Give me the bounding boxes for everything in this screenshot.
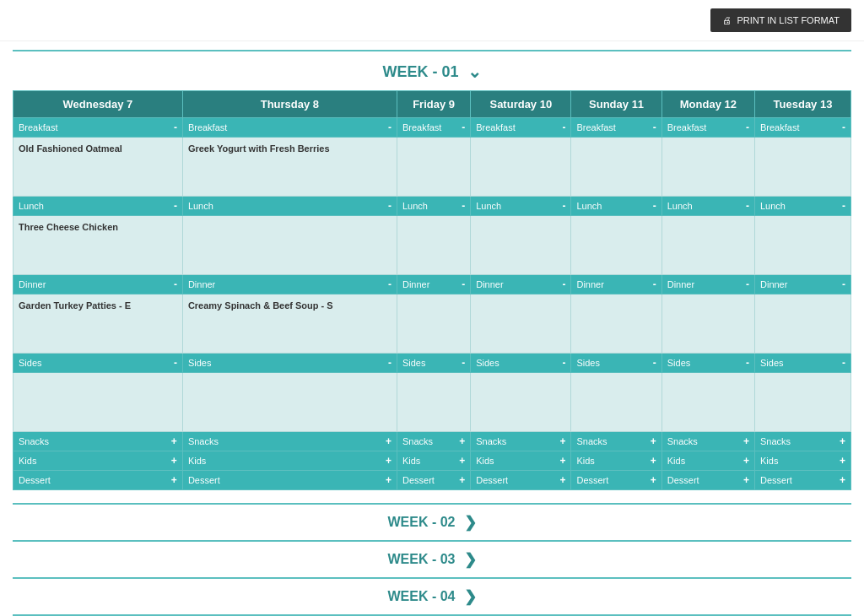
meal-label-text-dessert-day2: Dessert [402,475,435,485]
meal-label-icon-breakfast-day6[interactable]: - [842,122,845,133]
meal-content-lunch-day6[interactable] [755,216,851,275]
meal-content-breakfast-day1[interactable]: Greek Yogurt with Fresh Berries [182,138,397,197]
meal-label-icon-dessert-day5[interactable]: + [743,474,749,486]
meal-content-sides-day5[interactable] [662,373,754,432]
week03-row[interactable]: WEEK - 03 ❯ [13,542,851,579]
meal-content-lunch-day5[interactable] [662,216,754,275]
meal-text-breakfast-day1: Greek Yogurt with Fresh Berries [188,143,330,154]
meal-content-dinner-day6[interactable] [755,294,851,354]
meal-label-icon-sides-day3[interactable]: - [562,357,565,369]
meal-label-icon-breakfast-day5[interactable]: - [746,122,749,133]
meal-label-dinner-day1: Dinner- [182,275,397,294]
meal-content-dinner-day4[interactable] [571,294,662,354]
meal-label-icon-dinner-day1[interactable]: - [388,278,392,290]
meal-label-icon-dessert-day3[interactable]: + [559,474,565,486]
day-header-fri: Friday 9 [397,91,470,118]
meal-label-icon-dinner-day0[interactable]: - [174,278,177,290]
meal-label-row-dinner: Dinner-Dinner-Dinner-Dinner-Dinner-Dinne… [14,275,851,294]
meal-label-icon-kids-day5[interactable]: + [743,455,749,467]
meal-label-icon-lunch-day0[interactable]: - [174,200,177,212]
meal-label-icon-snacks-day0[interactable]: + [171,435,177,447]
meal-content-sides-day3[interactable] [471,373,571,432]
meal-label-icon-dinner-day4[interactable]: - [653,278,656,290]
meal-label-row-breakfast: Breakfast-Breakfast-Breakfast-Breakfast-… [14,118,851,138]
meal-label-text-dessert-day0: Dessert [19,475,51,485]
meal-label-icon-kids-day0[interactable]: + [171,455,177,467]
meal-label-icon-breakfast-day1[interactable]: - [388,122,392,133]
meal-label-snacks-day4: Snacks+ [571,432,662,451]
meal-label-icon-dinner-day3[interactable]: - [562,278,565,290]
meal-content-breakfast-day3[interactable] [471,138,571,197]
meal-label-icon-sides-day6[interactable]: - [842,357,845,369]
meal-label-icon-dessert-day4[interactable]: + [651,474,656,486]
meal-label-icon-sides-day0[interactable]: - [174,357,177,369]
printer-icon: 🖨 [722,15,732,25]
meal-label-icon-dinner-day2[interactable]: - [462,278,465,290]
meal-label-icon-sides-day1[interactable]: - [388,357,392,369]
meal-label-icon-kids-day1[interactable]: + [386,455,392,467]
meal-content-lunch-day0[interactable]: Three Cheese Chicken [14,216,183,275]
meal-label-icon-kids-day3[interactable]: + [559,455,565,467]
meal-label-icon-sides-day4[interactable]: - [653,357,656,369]
meal-content-breakfast-day2[interactable] [397,138,470,197]
meal-content-breakfast-day5[interactable] [662,138,754,197]
meal-content-sides-day1[interactable] [182,373,397,432]
meal-content-sides-day6[interactable] [755,373,851,432]
meal-content-lunch-day4[interactable] [571,216,662,275]
meal-label-icon-sides-day2[interactable]: - [462,357,465,369]
meal-label-icon-sides-day5[interactable]: - [746,357,749,369]
meal-label-icon-snacks-day5[interactable]: + [743,435,749,447]
collapsed-weeks: WEEK - 02 ❯ WEEK - 03 ❯ WEEK - 04 ❯ [13,503,851,616]
meal-label-icon-breakfast-day2[interactable]: - [462,122,465,133]
meal-content-lunch-day3[interactable] [471,216,571,275]
meal-content-dinner-day0[interactable]: Garden Turkey Patties - E [14,294,183,354]
meal-label-text-dinner-day3: Dinner [476,279,503,289]
meal-content-dinner-day5[interactable] [662,294,754,354]
meal-content-sides-day0[interactable] [14,373,183,432]
meal-label-icon-dessert-day1[interactable]: + [386,474,392,486]
meal-label-sides-day0: Sides- [14,354,183,373]
meal-content-breakfast-day0[interactable]: Old Fashioned Oatmeal [14,138,183,197]
week04-row[interactable]: WEEK - 04 ❯ [13,579,851,616]
meal-label-icon-kids-day2[interactable]: + [459,455,465,467]
meal-label-icon-snacks-day3[interactable]: + [559,435,565,447]
day-header-thu: Thursday 8 [182,91,397,118]
meal-label-icon-snacks-day4[interactable]: + [651,435,656,447]
meal-label-icon-breakfast-day3[interactable]: - [562,122,565,133]
meal-content-breakfast-day6[interactable] [755,138,851,197]
meal-content-lunch-day2[interactable] [397,216,470,275]
meal-label-text-sides-day2: Sides [402,358,426,368]
meal-label-breakfast-day2: Breakfast- [397,118,470,138]
meal-label-icon-dessert-day2[interactable]: + [459,474,465,486]
print-button[interactable]: 🖨 PRINT IN LIST FORMAT [710,8,851,32]
meal-label-icon-dinner-day5[interactable]: - [746,278,749,290]
week01-chevron[interactable]: ⌄ [467,62,482,82]
meal-label-text-kids-day4: Kids [576,456,594,466]
meal-label-icon-dessert-day6[interactable]: + [840,474,845,486]
meal-content-dinner-day3[interactable] [471,294,571,354]
meal-label-breakfast-day6: Breakfast- [755,118,851,138]
meal-label-icon-lunch-day5[interactable]: - [746,200,749,212]
meal-label-icon-breakfast-day4[interactable]: - [653,122,656,133]
meal-label-icon-kids-day4[interactable]: + [651,455,656,467]
meal-label-icon-snacks-day2[interactable]: + [459,435,465,447]
meal-content-dinner-day1[interactable]: Creamy Spinach & Beef Soup - S [182,294,397,354]
meal-content-breakfast-day4[interactable] [571,138,662,197]
meal-label-icon-lunch-day4[interactable]: - [653,200,656,212]
meal-label-icon-dinner-day6[interactable]: - [842,278,845,290]
meal-content-sides-day2[interactable] [397,373,470,432]
meal-label-text-sides-day3: Sides [476,358,500,368]
week02-row[interactable]: WEEK - 02 ❯ [13,505,851,542]
meal-label-icon-lunch-day6[interactable]: - [842,200,845,212]
meal-label-icon-dessert-day0[interactable]: + [171,474,177,486]
meal-content-sides-day4[interactable] [571,373,662,432]
meal-label-icon-snacks-day6[interactable]: + [840,435,845,447]
meal-label-icon-snacks-day1[interactable]: + [386,435,392,447]
meal-label-icon-lunch-day3[interactable]: - [562,200,565,212]
meal-content-dinner-day2[interactable] [397,294,470,354]
meal-label-icon-breakfast-day0[interactable]: - [174,122,177,133]
meal-label-icon-kids-day6[interactable]: + [840,455,845,467]
meal-content-lunch-day1[interactable] [182,216,397,275]
meal-label-icon-lunch-day2[interactable]: - [462,200,465,212]
meal-label-icon-lunch-day1[interactable]: - [388,200,392,212]
